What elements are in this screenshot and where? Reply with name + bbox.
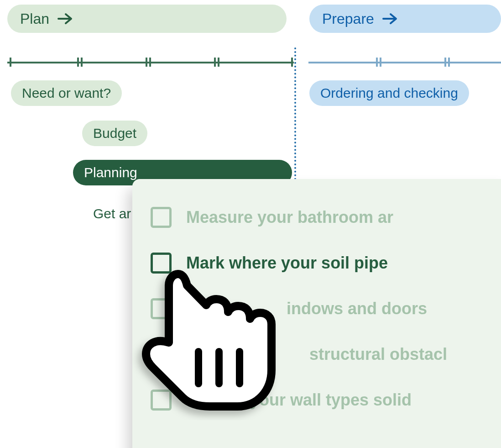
task-label: Ordering and checking [320, 85, 458, 101]
timeline-tick [443, 58, 451, 67]
arrow-right-icon [57, 12, 73, 25]
checklist-item[interactable]: structural obstacl [151, 332, 501, 377]
checklist-item[interactable]: indows and doors [151, 286, 501, 332]
checkbox[interactable] [151, 253, 172, 274]
timeline-tick [144, 58, 152, 67]
checklist-item-label: Mark where your soil pipe [186, 253, 388, 273]
checklist-item-label: Measure your bathroom ar [186, 208, 393, 227]
checklist-item-label: your wall types solid [250, 390, 412, 410]
checklist-item[interactable]: Measure your bathroom ar [151, 195, 501, 240]
timeline-axis [7, 58, 501, 67]
checkbox[interactable] [151, 207, 172, 228]
checkbox[interactable] [151, 390, 172, 411]
phase-plan-pill[interactable]: Plan [7, 5, 287, 33]
task-budget[interactable]: Budget [82, 121, 147, 146]
timeline-tick [213, 58, 221, 67]
task-need-or-want[interactable]: Need or want? [11, 80, 122, 106]
task-ordering-and-checking[interactable]: Ordering and checking [309, 80, 469, 106]
phase-divider [294, 47, 296, 180]
task-label: Get ar [93, 206, 131, 221]
arrow-right-icon [382, 12, 398, 25]
phase-plan-label: Plan [20, 11, 49, 27]
checklist-item-label: indows and doors [287, 299, 427, 318]
task-label: Need or want? [22, 85, 111, 101]
phase-prepare-label: Prepare [322, 11, 374, 27]
checkbox[interactable] [151, 298, 172, 319]
checklist-item[interactable]: your wall types solid [151, 377, 501, 423]
canvas: Plan Prepare Need or want? Budget Planni… [0, 0, 501, 448]
checklist-item[interactable]: Mark where your soil pipe [151, 240, 501, 286]
timeline-tick [6, 58, 15, 67]
timeline-tick [76, 58, 84, 67]
task-label: Budget [93, 126, 136, 141]
timeline-tick [375, 58, 383, 67]
phase-prepare-pill[interactable]: Prepare [309, 5, 501, 33]
checklist-panel: Measure your bathroom ar Mark where your… [132, 179, 501, 448]
checklist-item-label: structural obstacl [309, 345, 447, 364]
task-label: Planning [84, 165, 137, 180]
